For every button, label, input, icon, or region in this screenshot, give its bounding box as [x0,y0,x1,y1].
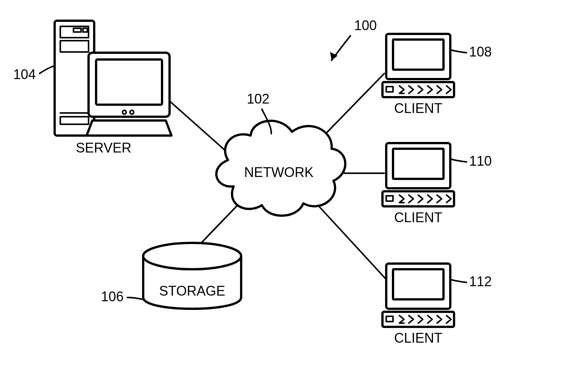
server-node [55,21,171,136]
ref-leader-104 [40,66,54,73]
client3-label: CLIENT [394,330,442,346]
storage-node: STORAGE [143,243,241,309]
ref-leader-110 [451,159,466,162]
ref-102: 102 [247,91,269,107]
ref-112: 112 [469,274,492,289]
client-node-2 [382,143,454,206]
client-node-1 [382,34,454,97]
ref-104: 104 [13,67,36,82]
server-label: SERVER [76,140,131,156]
client-node-3 [382,264,454,327]
client2-label: CLIENT [394,210,442,225]
network-cloud: NETWORK [216,121,345,216]
link-server-network [164,96,232,156]
ref-leader-106 [127,297,142,299]
svg-point-15 [143,243,241,269]
network-label: NETWORK [244,165,313,180]
ref-100: 100 [354,18,377,33]
network-topology-diagram: NETWORK 102 100 SERVER 104 STORAGE 106 [0,0,575,392]
svg-rect-12 [96,59,162,105]
client1-label: CLIENT [394,101,442,116]
ref-108: 108 [469,44,492,59]
ref-110: 110 [469,153,492,169]
ref-106: 106 [101,289,124,304]
storage-label: STORAGE [159,283,225,299]
ref-leader-108 [451,50,466,53]
ref-leader-112 [451,280,466,282]
ref-100-pointer [330,36,350,60]
